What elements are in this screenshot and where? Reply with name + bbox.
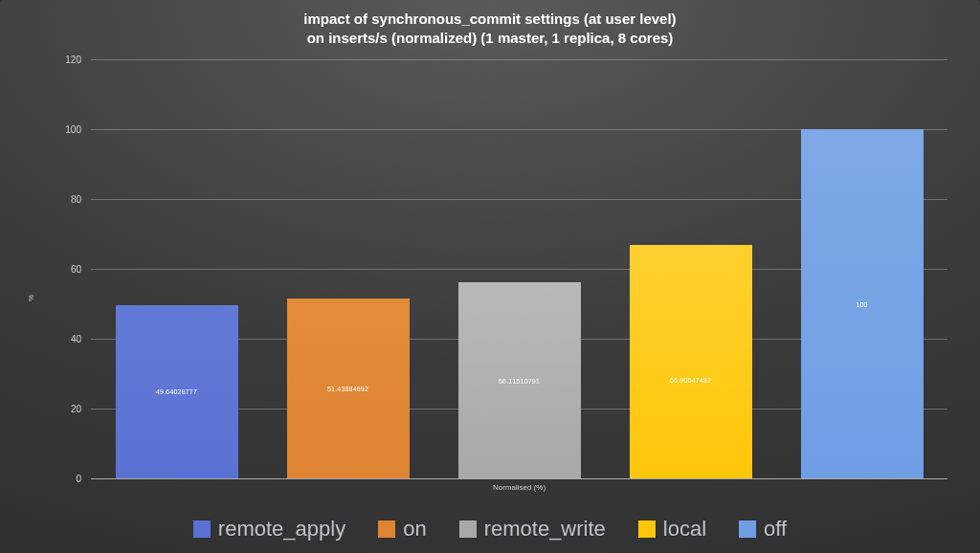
bar-label: 56.11510791: [458, 377, 581, 384]
x-axis-title: Normalised (%): [91, 483, 947, 492]
bar-on: 51.43884892: [287, 299, 410, 478]
legend-label: remote_write: [484, 517, 606, 542]
bar-label: 49.64028777: [116, 388, 238, 395]
legend-label: local: [663, 517, 706, 542]
bar-label: 51.43884892: [287, 386, 410, 392]
legend-item-on: on: [378, 517, 426, 542]
bar-remote_apply: 49.64028777: [116, 305, 238, 478]
legend-label: off: [764, 517, 787, 542]
chart-title-line1: impact of synchronous_commit settings (a…: [0, 10, 980, 29]
y-tick-80: 80: [53, 194, 81, 205]
legend-item-remote_apply: remote_apply: [193, 517, 345, 542]
legend-item-off: off: [739, 517, 787, 542]
legend-item-local: local: [638, 517, 706, 542]
y-axis-label: %: [27, 295, 35, 301]
y-tick-0: 0: [53, 474, 81, 484]
legend-swatch-icon: [193, 520, 211, 538]
bar-off: 100: [801, 129, 924, 478]
legend-swatch-icon: [459, 520, 477, 538]
plot-area: 120 100 80 60 40 20 0 49.64028777 51.438…: [91, 59, 947, 478]
legend: remote_apply on remote_write local off: [0, 517, 980, 542]
y-tick-60: 60: [53, 264, 81, 275]
legend-swatch-icon: [739, 520, 756, 538]
y-tick-120: 120: [53, 55, 81, 65]
chart-stage: impact of synchronous_commit settings (a…: [0, 0, 980, 553]
baseline: [91, 478, 947, 479]
chart-title: impact of synchronous_commit settings (a…: [0, 10, 980, 49]
bar-label: 100: [801, 300, 924, 307]
bar-remote_write: 56.11510791: [458, 282, 581, 478]
legend-swatch-icon: [378, 520, 395, 538]
legend-label: on: [403, 517, 426, 542]
chart-title-line2: on inserts/s (normalized) (1 master, 1 r…: [0, 29, 980, 48]
bar-local: 66.90647482: [630, 245, 752, 478]
legend-label: remote_apply: [218, 517, 345, 542]
bars-container: 49.64028777 51.43884892 56.11510791 66.9…: [91, 59, 947, 478]
legend-item-remote_write: remote_write: [459, 517, 606, 542]
y-tick-20: 20: [53, 404, 81, 414]
y-tick-100: 100: [53, 124, 81, 135]
y-tick-40: 40: [53, 334, 81, 344]
legend-swatch-icon: [638, 520, 656, 538]
bar-label: 66.90647482: [630, 377, 752, 384]
